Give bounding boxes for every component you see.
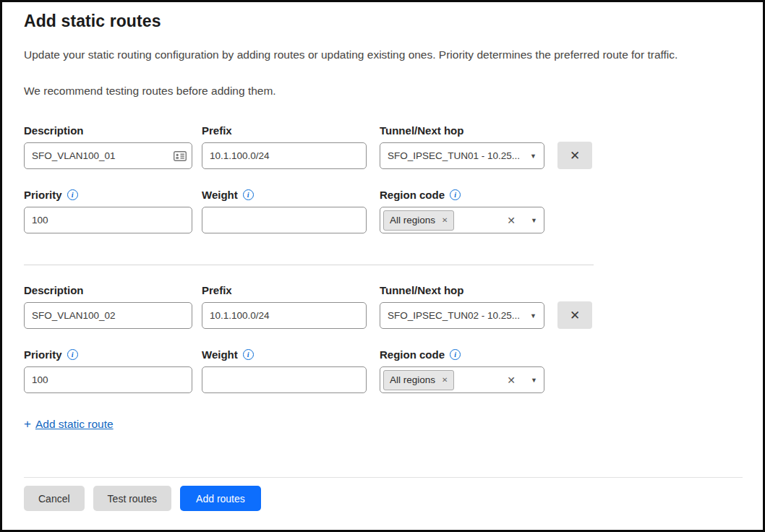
chevron-down-icon: ▼ (530, 312, 537, 319)
chip-remove-icon[interactable]: ✕ (442, 376, 448, 384)
info-icon[interactable]: i (243, 189, 254, 200)
dialog-footer: Cancel Test routes Add routes (24, 477, 743, 530)
dialog-recommendation-text: We recommend testing routes before addin… (24, 84, 741, 98)
region-code-label: Region code (380, 189, 445, 201)
add-routes-button[interactable]: Add routes (180, 486, 261, 511)
tunnel-selected-value: SFO_IPSEC_TUN02 - 10.25... (388, 310, 524, 321)
region-chip-label: All regions (390, 374, 435, 385)
region-code-select[interactable]: All regions ✕ ✕ ▼ (380, 207, 544, 233)
contact-card-icon[interactable] (174, 151, 187, 161)
priority-label: Priority (24, 348, 62, 361)
description-input[interactable] (24, 302, 192, 329)
route-row: Description Prefix Tunnel/Next hop SFO_I… (24, 124, 741, 233)
info-icon[interactable]: i (67, 349, 78, 360)
remove-route-button[interactable]: ✕ (557, 301, 592, 329)
weight-input[interactable] (202, 366, 367, 393)
tunnel-next-hop-label: Tunnel/Next hop (380, 284, 544, 296)
priority-label: Priority (24, 189, 62, 201)
close-icon: ✕ (570, 148, 580, 163)
region-code-select[interactable]: All regions ✕ ✕ ▼ (380, 366, 544, 393)
info-icon[interactable]: i (450, 349, 461, 360)
region-code-label: Region code (380, 348, 445, 361)
test-routes-button[interactable]: Test routes (93, 486, 171, 511)
tunnel-next-hop-label: Tunnel/Next hop (380, 124, 544, 137)
prefix-label: Prefix (202, 284, 367, 296)
tunnel-next-hop-select[interactable]: SFO_IPSEC_TUN01 - 10.25... ▼ (380, 142, 544, 169)
close-icon: ✕ (570, 308, 580, 323)
weight-label: Weight (202, 348, 238, 361)
tunnel-selected-value: SFO_IPSEC_TUN01 - 10.25... (388, 150, 524, 161)
cancel-button[interactable]: Cancel (24, 486, 85, 511)
info-icon[interactable]: i (243, 349, 254, 360)
description-label: Description (24, 284, 192, 296)
priority-input[interactable] (24, 207, 192, 233)
weight-input[interactable] (202, 207, 367, 233)
route-divider (24, 265, 594, 265)
chevron-down-icon: ▼ (531, 217, 537, 224)
dialog-intro-text: Update your static routing configuration… (24, 48, 741, 62)
description-input[interactable] (24, 142, 192, 169)
region-chip[interactable]: All regions ✕ (383, 210, 454, 231)
region-chip[interactable]: All regions ✕ (383, 370, 454, 390)
add-static-routes-dialog: Add static routes Update your static rou… (2, 2, 763, 432)
prefix-input[interactable] (202, 142, 367, 169)
region-chip-label: All regions (390, 215, 435, 226)
description-label: Description (24, 124, 192, 137)
weight-label: Weight (202, 189, 238, 201)
chevron-down-icon: ▼ (530, 153, 537, 160)
plus-icon: + (24, 417, 31, 432)
clear-icon[interactable]: ✕ (507, 215, 516, 226)
clear-icon[interactable]: ✕ (507, 374, 516, 386)
add-static-route-link[interactable]: Add static route (35, 418, 114, 431)
page-title: Add static routes (24, 12, 741, 31)
chevron-down-icon: ▼ (531, 377, 537, 384)
prefix-label: Prefix (202, 124, 367, 137)
prefix-input[interactable] (202, 302, 367, 329)
priority-input[interactable] (24, 366, 192, 393)
tunnel-next-hop-select[interactable]: SFO_IPSEC_TUN02 - 10.25... ▼ (380, 302, 544, 329)
info-icon[interactable]: i (450, 189, 461, 200)
chip-remove-icon[interactable]: ✕ (442, 216, 448, 224)
remove-route-button[interactable]: ✕ (557, 142, 592, 169)
info-icon[interactable]: i (67, 189, 78, 200)
route-row: Description Prefix Tunnel/Next hop SFO_I… (24, 284, 741, 393)
